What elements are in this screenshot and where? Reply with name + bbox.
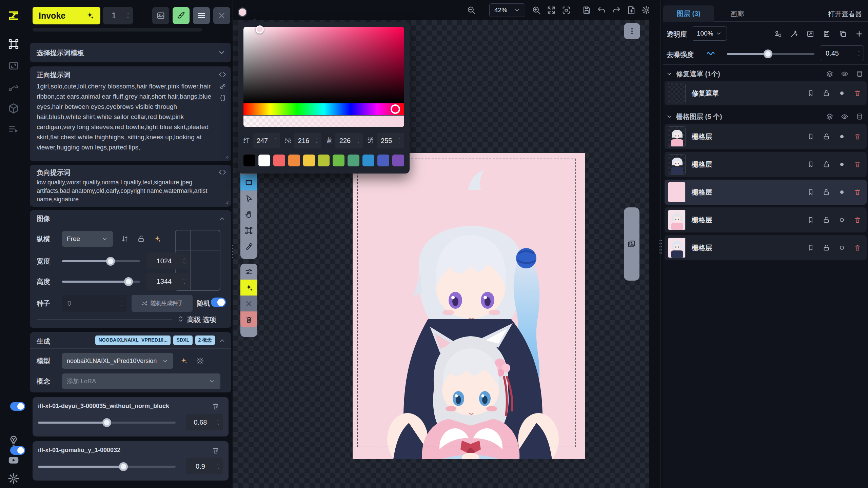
trash-icon[interactable] — [854, 133, 861, 140]
color-swatch[interactable] — [333, 155, 344, 166]
tab-gallery[interactable]: 画廊 — [730, 9, 744, 19]
undo-button[interactable] — [597, 5, 606, 15]
color-swatch[interactable] — [362, 155, 374, 166]
saturation-value-area[interactable] — [243, 27, 404, 103]
trash-icon[interactable] — [212, 402, 220, 410]
bookmark-icon[interactable] — [807, 244, 814, 251]
stepper-down-icon[interactable] — [216, 467, 221, 470]
fit-view-button[interactable] — [547, 5, 556, 15]
menu-button[interactable] — [193, 7, 210, 24]
width-input[interactable]: 1024 — [147, 252, 189, 269]
advanced-toggle-icon[interactable] — [177, 315, 184, 323]
stepper-up-icon[interactable] — [356, 137, 360, 140]
color-cursor[interactable] — [256, 25, 264, 34]
stepper-up-icon[interactable] — [216, 419, 221, 422]
model-settings-icon[interactable] — [196, 357, 204, 365]
save-layer-icon[interactable] — [823, 30, 831, 38]
visibility-dot-icon[interactable] — [838, 161, 846, 168]
tool-rect[interactable] — [240, 175, 257, 190]
gallery-drawer-toggle[interactable] — [624, 207, 639, 281]
stepper-down-icon[interactable] — [182, 282, 187, 285]
hue-slider[interactable] — [243, 103, 404, 115]
braces-icon[interactable] — [219, 94, 226, 102]
inpaint-mask-group-header[interactable]: 修复遮罩 (1个) — [663, 67, 868, 81]
color-swatch[interactable] — [273, 155, 285, 166]
lora-weight-slider[interactable] — [38, 466, 176, 468]
layer-row-raster[interactable]: 栅格层 — [665, 235, 867, 260]
stepper-up-icon[interactable] — [182, 257, 187, 261]
open-viewer-link[interactable]: 打开查看器 — [828, 9, 862, 19]
code-icon[interactable] — [218, 70, 226, 79]
model-select[interactable]: noobaiXLNAIXL_vPred10Version — [62, 353, 173, 369]
blue-input[interactable]: 226 — [335, 133, 363, 148]
filter-button[interactable] — [240, 264, 257, 280]
unlock-icon[interactable] — [823, 188, 830, 196]
tool-pan[interactable] — [240, 206, 257, 222]
zoom-out-button[interactable] — [467, 5, 476, 15]
youtube-icon[interactable] — [7, 454, 20, 466]
stepper-down-icon[interactable] — [273, 141, 278, 144]
random-seed-toggle[interactable] — [211, 298, 226, 307]
lora-toggle[interactable] — [10, 446, 25, 455]
raster-layers-group-header[interactable]: 栅格图层 (5 个) — [663, 110, 868, 123]
stepper-up-icon[interactable] — [856, 49, 861, 53]
duplicate-icon[interactable] — [839, 30, 847, 38]
optimize-size-icon[interactable] — [153, 235, 161, 243]
bookmark-icon[interactable] — [807, 133, 814, 140]
visibility-dot-icon[interactable] — [838, 188, 846, 196]
prompt-template-card[interactable]: 选择提示词模板 — [30, 43, 231, 62]
stepper-up-icon[interactable] — [126, 12, 131, 15]
panel-resize-grip[interactable] — [659, 239, 663, 255]
bookmark-icon[interactable] — [807, 188, 814, 196]
color-swatch[interactable] — [392, 155, 404, 166]
seed-input[interactable]: 0 — [62, 295, 126, 312]
visibility-circle-icon[interactable] — [838, 216, 846, 224]
tab-workflows[interactable] — [7, 81, 20, 94]
chevron-down-icon[interactable] — [218, 48, 226, 57]
wand-icon[interactable] — [790, 30, 798, 38]
tab-models[interactable] — [7, 102, 20, 115]
lora-weight-slider[interactable] — [38, 422, 176, 424]
stepper-up-icon[interactable] — [216, 463, 221, 466]
advanced-options-label[interactable]: 高级 选项 — [187, 315, 216, 324]
queue-count-arrows[interactable] — [125, 12, 133, 19]
new-session-button[interactable] — [627, 5, 636, 15]
crop-to-bbox-icon[interactable] — [806, 30, 814, 38]
tool-transform[interactable] — [240, 222, 257, 238]
color-swatch[interactable] — [318, 155, 330, 166]
merge-shapes-icon[interactable] — [774, 30, 782, 38]
stepper-up-icon[interactable] — [397, 137, 402, 140]
collapse-icon[interactable] — [218, 337, 226, 344]
negative-prompt-input[interactable]: low quality,worst quality,norma l qualit… — [37, 178, 220, 205]
delete-region-button[interactable] — [240, 311, 257, 327]
fit-bbox-button[interactable] — [561, 5, 571, 15]
trash-icon[interactable] — [854, 89, 861, 97]
color-swatch[interactable] — [258, 155, 270, 166]
aspect-lock-icon[interactable] — [137, 235, 145, 243]
cancel-region-button[interactable] — [240, 296, 257, 311]
link-icon[interactable] — [219, 83, 226, 90]
layer-row-raster[interactable]: 栅格层 — [665, 207, 867, 232]
stepper-up-icon[interactable] — [273, 137, 278, 140]
stepper-down-icon[interactable] — [126, 16, 131, 19]
width-slider[interactable] — [62, 260, 140, 262]
color-swatch[interactable] — [288, 155, 300, 166]
invoke-button[interactable]: Invoke — [33, 7, 100, 24]
add-layer-icon[interactable] — [855, 30, 863, 38]
code-icon[interactable] — [218, 168, 226, 176]
denoise-input[interactable]: 0.45 — [820, 45, 864, 61]
zoom-select[interactable]: 42% — [489, 3, 525, 17]
height-input[interactable]: 1344 — [147, 273, 189, 290]
denoise-slider[interactable] — [727, 53, 814, 55]
tool-eyedropper[interactable] — [240, 238, 257, 254]
canvas-mode-button[interactable] — [173, 7, 190, 24]
generation-bbox[interactable] — [357, 159, 576, 447]
redo-button[interactable] — [612, 5, 621, 15]
layers-stack-icon[interactable] — [826, 113, 833, 120]
trash-icon[interactable] — [854, 216, 861, 224]
settings-gear-icon[interactable] — [7, 472, 20, 485]
collapse-icon[interactable] — [218, 215, 226, 222]
randomize-seed-button[interactable]: 随机生成种子 — [132, 295, 193, 312]
resize-handle-icon[interactable] — [223, 199, 229, 205]
unlock-icon[interactable] — [823, 89, 830, 97]
